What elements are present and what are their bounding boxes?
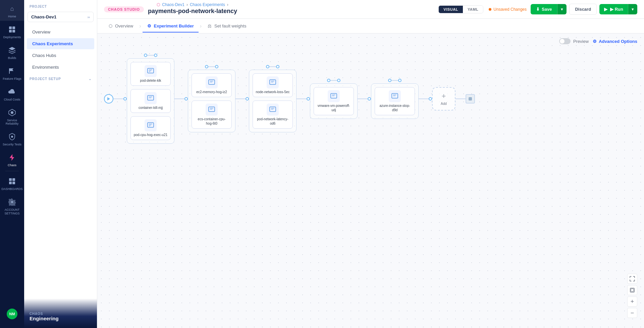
fault-name-5: ecs-container-cpu-hog-6t0 — [195, 117, 229, 126]
fault-icon-7 — [267, 104, 279, 116]
nav-chaos-hubs[interactable]: Chaos Hubs — [27, 50, 94, 61]
dashboards-icon — [7, 177, 17, 186]
project-name: Chaos-Dev1 — [31, 14, 56, 19]
sidebar-item-security-tests[interactable]: Security Tests — [0, 128, 24, 149]
nav-environments[interactable]: Environments — [27, 62, 94, 73]
run-btn-group: ▶ ▶ Run ▾ — [599, 4, 637, 14]
add-label: Add — [441, 102, 447, 106]
run-button[interactable]: ▶ ▶ Run — [599, 4, 628, 14]
sidebar-secondary: Project Chaos-Dev1 ›› Overview Chaos Exp… — [24, 0, 97, 328]
sidebar-item-builds[interactable]: Builds — [0, 42, 24, 62]
run-dropdown-button[interactable]: ▾ — [628, 4, 637, 14]
fault-card-pod-cpu-hog[interactable]: pod-cpu-hog-exec-u21 — [130, 116, 171, 140]
fault-icon-2 — [145, 92, 157, 104]
chaos-label: CHAOS — [30, 312, 92, 316]
svg-rect-44 — [631, 289, 634, 291]
c1 — [144, 54, 147, 57]
fault-card-node-network[interactable]: node-network-loss-5ec — [253, 73, 293, 97]
engineering-label: Engineering — [30, 316, 92, 321]
discard-button[interactable]: Discard — [569, 4, 597, 15]
chaos-studio-logo: CHAOS STUDIO — [104, 6, 144, 12]
unsaved-label: Unsaved Changes — [493, 7, 527, 12]
fault-name-7: pod-network-latency-od6 — [256, 117, 290, 126]
fault-card-vmware[interactable]: vmware-vm-poweroff-udj — [314, 87, 354, 115]
fault-card-ecs-container[interactable]: ecs-container-cpu-hog-6t0 — [192, 101, 232, 129]
step2-container: ec2-memory-hog-iz2 ecs-container-cpu-ho — [188, 70, 235, 132]
step4-connectors-top — [327, 79, 340, 82]
sidebar-item-home[interactable]: ⌂ Home — [0, 0, 24, 21]
unsaved-dot — [489, 8, 491, 11]
fault-icon-3 — [145, 119, 157, 131]
user-avatar[interactable]: NM — [7, 309, 17, 319]
tab-sep1: › — [139, 23, 141, 29]
tab-experiment-builder[interactable]: ⚙ Experiment Builder — [143, 20, 199, 32]
tab-weights-icon: ⚖ — [208, 23, 212, 28]
connector-line-3 — [235, 99, 246, 99]
connector-line-4 — [297, 99, 307, 99]
save-dropdown-button[interactable]: ▾ — [557, 4, 567, 14]
cloud-costs-icon — [7, 87, 17, 96]
fault-name-9: azure-instance-stop-d9d — [378, 104, 412, 112]
main-content: CHAOS STUDIO ⬡ Chaos-Dev1 › Chaos Experi… — [97, 0, 644, 328]
add-node[interactable]: + Add — [432, 87, 455, 111]
connector-circle — [123, 97, 127, 101]
fault-card-pod-delete[interactable]: pod-delete-klk — [130, 62, 171, 86]
sidebar-item-chaos[interactable]: Chaos — [0, 149, 24, 170]
fault-icon-8 — [328, 90, 340, 102]
cl1 — [147, 55, 154, 56]
breadcrumb-project[interactable]: Chaos-Dev1 — [162, 2, 184, 7]
connector-circle-6 — [429, 97, 432, 101]
flow-container: pod-delete-klk container-kill-mjj — [104, 54, 475, 144]
step-group-2: ec2-memory-hog-iz2 ecs-container-cpu-ho — [188, 65, 235, 132]
connector-line-2 — [174, 99, 184, 99]
fullscreen-button[interactable] — [627, 274, 637, 284]
c4 — [215, 65, 218, 68]
save-icon: ⬇ — [536, 7, 540, 12]
fault-card-container-kill[interactable]: container-kill-mjj — [130, 89, 171, 113]
fault-card-ec2-memory[interactable]: ec2-memory-hog-iz2 — [192, 73, 232, 97]
preview-toggle[interactable]: Preview — [559, 38, 589, 44]
zoom-in-button[interactable]: + — [627, 297, 637, 307]
breadcrumb: ⬡ Chaos-Dev1 › Chaos Experiments › payme… — [148, 2, 237, 15]
fit-screen-button[interactable] — [627, 285, 637, 295]
breadcrumb-sep1: › — [186, 2, 188, 7]
tab-fault-weights[interactable]: ⚖ Set fault weights — [203, 20, 251, 32]
sidebar-item-deployments[interactable]: Deployments — [0, 21, 24, 42]
chevron-down-icon: ⌄ — [89, 77, 92, 81]
sidebar-item-cloud-costs[interactable]: Cloud Costs — [0, 83, 24, 104]
advanced-options-button[interactable]: ⚙ Advanced Options — [593, 39, 637, 44]
chevron-right-icon: ›› — [88, 15, 90, 19]
step3-container: node-network-loss-5ec pod-network-laten — [249, 70, 297, 132]
zoom-out-button[interactable]: − — [627, 308, 637, 318]
breadcrumb-section[interactable]: Chaos Experiments — [190, 2, 225, 7]
preview-switch[interactable] — [559, 38, 571, 44]
svg-rect-1 — [12, 26, 15, 29]
sidebar-item-account-settings[interactable]: ACCOUNT SETTINGS — [0, 193, 24, 218]
c2 — [154, 54, 157, 57]
fault-icon-5 — [206, 104, 218, 116]
save-button[interactable]: ⬇ Save — [531, 4, 557, 14]
svg-marker-13 — [107, 97, 110, 101]
tab-overview[interactable]: ⬡ Overview — [104, 20, 138, 32]
connector-line-5 — [358, 99, 368, 99]
fault-card-azure[interactable]: azure-instance-stop-d9d — [375, 87, 415, 115]
visual-toggle-btn[interactable]: VISUAL — [439, 6, 463, 13]
add-plus-icon: + — [442, 92, 446, 101]
c7 — [327, 79, 330, 82]
svg-point-6 — [11, 111, 13, 114]
start-node — [104, 94, 113, 104]
project-selector[interactable]: Chaos-Dev1 ›› — [28, 12, 94, 22]
chaos-icon — [7, 153, 17, 162]
account-settings-icon — [7, 197, 17, 207]
step1-container: pod-delete-klk container-kill-mjj — [127, 58, 174, 144]
sidebar-item-feature-flags[interactable]: Feature Flags — [0, 62, 24, 83]
sidebar-item-service-reliability[interactable]: Service Reliability — [0, 104, 24, 128]
yaml-toggle-btn[interactable]: YAML — [463, 6, 483, 13]
tab-sep2: › — [200, 23, 202, 29]
nav-chaos-experiments[interactable]: Chaos Experiments — [27, 38, 94, 49]
cl2 — [208, 66, 215, 67]
connector-circle-5 — [368, 97, 371, 101]
fault-card-pod-network-latency[interactable]: pod-network-latency-od6 — [253, 101, 293, 129]
nav-overview[interactable]: Overview — [27, 26, 94, 38]
sidebar-item-dashboards[interactable]: DASHBOARDS — [0, 173, 24, 193]
